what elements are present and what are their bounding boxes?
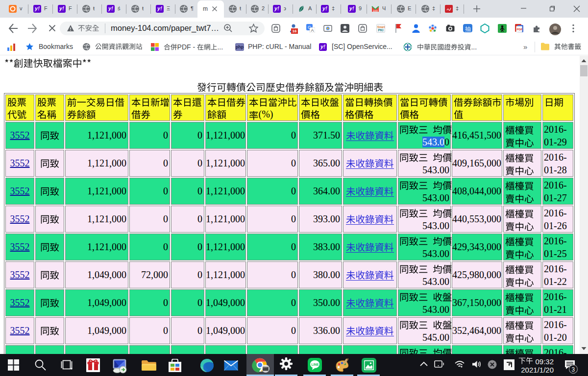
svg-text:3: 3 [572,366,575,373]
svg-text:LINE: LINE [312,363,319,366]
